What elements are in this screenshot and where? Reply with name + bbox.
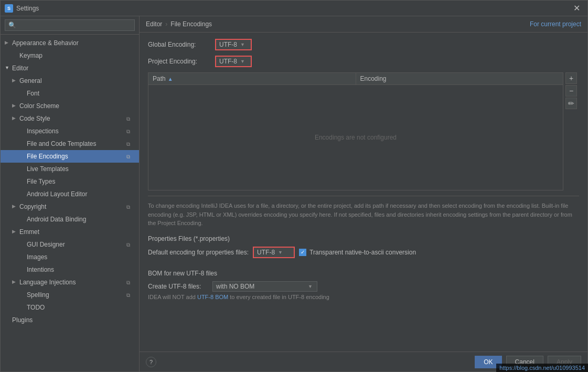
encodings-table-wrapper: Path ▲ Encoding Encodings are not config… [148, 72, 563, 190]
sidebar-item-fileencodings[interactable]: File Encodings ⧉ [1, 150, 139, 163]
arrow-icon: ▶ [12, 203, 19, 210]
create-utf8-row: Create UTF-8 files: with NO BOM ▼ [148, 281, 579, 292]
sidebar-item-copyright[interactable]: ▶ Copyright ⧉ [1, 200, 139, 213]
arrow-icon: ▶ [12, 115, 19, 122]
breadcrumb-fileencodings: File Encodings [170, 20, 212, 28]
path-column-header: Path ▲ [148, 73, 356, 84]
edit-row-button[interactable]: ✏ [565, 98, 577, 109]
sidebar-item-general[interactable]: ▶ General [1, 75, 139, 87]
sidebar-item-codestyle[interactable]: ▶ Code Style ⧉ [1, 112, 139, 125]
copy-icon: ⧉ [126, 115, 135, 123]
project-encoding-row: Project Encoding: UTF-8 ▼ [148, 56, 579, 67]
sidebar-item-editor[interactable]: ▼ Editor [1, 62, 139, 75]
bom-title: BOM for new UTF-8 files [148, 270, 579, 277]
create-utf8-dropdown[interactable]: with NO BOM ▼ [212, 281, 317, 292]
sidebar-tree: ▶ Appearance & Behavior Keymap ▼ Editor … [1, 35, 139, 371]
table-empty-state: Encodings are not configured [148, 85, 563, 190]
utf8-bom-link[interactable]: UTF-8 BOM [197, 294, 228, 300]
global-encoding-row: Global Encoding: UTF-8 ▼ [148, 39, 579, 50]
add-row-button[interactable]: + [565, 72, 577, 84]
app-icon: S [5, 4, 13, 13]
search-input[interactable] [5, 19, 135, 31]
main-panel: Editor › File Encodings For current proj… [140, 16, 587, 371]
sidebar-item-guidesigner[interactable]: GUI Designer ⧉ [1, 238, 139, 251]
dropdown-arrow-icon: ▼ [240, 59, 245, 64]
remove-row-button[interactable]: − [565, 85, 577, 97]
sidebar-item-emmet[interactable]: ▶ Emmet [1, 226, 139, 238]
sidebar-item-androiddatabinding[interactable]: Android Data Binding [1, 213, 139, 226]
properties-section: Properties Files (*.properties) Default … [148, 235, 579, 262]
help-button[interactable]: ? [146, 357, 156, 367]
copy-icon: ⧉ [126, 127, 135, 135]
idea-note-suffix: to every created file in UTF-8 encoding [228, 294, 329, 300]
project-encoding-value: UTF-8 [219, 58, 237, 65]
dropdown-arrow-icon: ▼ [308, 284, 313, 289]
sidebar-item-colorscheme[interactable]: ▶ Color Scheme [1, 100, 139, 112]
default-encoding-label: Default encoding for properties files: [148, 249, 249, 256]
arrow-icon: ▶ [12, 279, 19, 286]
idea-note: IDEA will NOT add UTF-8 BOM to every cre… [148, 294, 579, 300]
default-encoding-row: Default encoding for properties files: U… [148, 247, 579, 258]
global-encoding-value: UTF-8 [219, 41, 237, 48]
transparent-conversion-label: Transparent native-to-ascii conversion [309, 249, 416, 256]
url-bar: https://blog.csdn.net/u010993514 [496, 364, 587, 371]
sidebar-item-filetypes[interactable]: File Types [1, 175, 139, 188]
breadcrumb-separator: › [165, 20, 167, 28]
sidebar-item-images[interactable]: Images [1, 251, 139, 263]
arrow-icon: ▶ [5, 39, 12, 47]
for-current-project-link[interactable]: For current project [530, 20, 581, 28]
table-side-buttons: + − ✏ [565, 72, 577, 109]
panel-content: Global Encoding: UTF-8 ▼ Project Encodin… [140, 33, 587, 352]
properties-encoding-value: UTF-8 [257, 249, 275, 256]
sidebar-item-todo[interactable]: TODO [1, 301, 139, 314]
encoding-column-header: Encoding [356, 73, 563, 84]
transparent-conversion-checkbox[interactable]: ✓ [299, 249, 306, 256]
project-encoding-dropdown[interactable]: UTF-8 ▼ [215, 56, 252, 67]
settings-window: S Settings ✕ ▶ Appearance & Behavior Key… [0, 0, 588, 372]
copy-icon: ⧉ [126, 140, 135, 148]
breadcrumb: Editor › File Encodings For current proj… [140, 16, 587, 33]
sidebar: ▶ Appearance & Behavior Keymap ▼ Editor … [1, 16, 140, 371]
info-text: To change encoding IntelliJ IDEA uses fo… [148, 196, 579, 228]
global-encoding-label: Global Encoding: [148, 41, 211, 48]
table-header: Path ▲ Encoding [148, 73, 563, 85]
create-utf8-value: with NO BOM [216, 283, 254, 290]
create-utf8-label: Create UTF-8 files: [148, 283, 208, 290]
search-box [1, 16, 139, 35]
sidebar-item-font[interactable]: Font [1, 87, 139, 100]
copy-icon: ⧉ [126, 291, 135, 299]
sort-arrow-icon: ▲ [168, 76, 173, 82]
arrow-icon: ▶ [12, 228, 19, 236]
sidebar-item-plugins[interactable]: Plugins [1, 314, 139, 326]
transparent-conversion-checkbox-row: ✓ Transparent native-to-ascii conversion [299, 249, 416, 256]
copy-icon: ⧉ [126, 203, 135, 211]
breadcrumb-editor: Editor [146, 20, 162, 28]
dropdown-arrow-icon: ▼ [240, 42, 245, 47]
sidebar-item-inspections[interactable]: Inspections ⧉ [1, 125, 139, 137]
bottom-bar: ? OK Cancel Apply https://blog.csdn.net/… [140, 352, 587, 371]
sidebar-item-livetemplates[interactable]: Live Templates [1, 163, 139, 175]
sidebar-item-intentions[interactable]: Intentions [1, 263, 139, 276]
dropdown-arrow-icon: ▼ [278, 250, 283, 255]
checkmark-icon: ✓ [301, 249, 305, 255]
sidebar-item-languageinjections[interactable]: ▶ Language Injections ⧉ [1, 276, 139, 289]
sidebar-item-filecodetemplates[interactable]: File and Code Templates ⧉ [1, 137, 139, 150]
project-encoding-label: Project Encoding: [148, 58, 211, 65]
title-bar: S Settings ✕ [1, 1, 587, 16]
main-content: ▶ Appearance & Behavior Keymap ▼ Editor … [1, 16, 587, 371]
copy-icon: ⧉ [126, 241, 135, 249]
global-encoding-dropdown[interactable]: UTF-8 ▼ [215, 39, 252, 50]
properties-encoding-dropdown[interactable]: UTF-8 ▼ [253, 247, 295, 258]
bom-section: BOM for new UTF-8 files Create UTF-8 fil… [148, 270, 579, 300]
sidebar-item-androidlayout[interactable]: Android Layout Editor [1, 188, 139, 200]
close-button[interactable]: ✕ [570, 2, 583, 14]
sidebar-item-appearance[interactable]: ▶ Appearance & Behavior [1, 37, 139, 49]
encodings-table: Path ▲ Encoding Encodings are not config… [148, 72, 563, 190]
properties-title: Properties Files (*.properties) [148, 235, 579, 242]
arrow-icon: ▼ [5, 65, 12, 72]
arrow-icon: ▶ [12, 102, 19, 110]
copy-icon: ⧉ [126, 279, 135, 286]
sidebar-item-keymap[interactable]: Keymap [1, 49, 139, 62]
window-title: Settings [16, 5, 570, 12]
sidebar-item-spelling[interactable]: Spelling ⧉ [1, 289, 139, 301]
